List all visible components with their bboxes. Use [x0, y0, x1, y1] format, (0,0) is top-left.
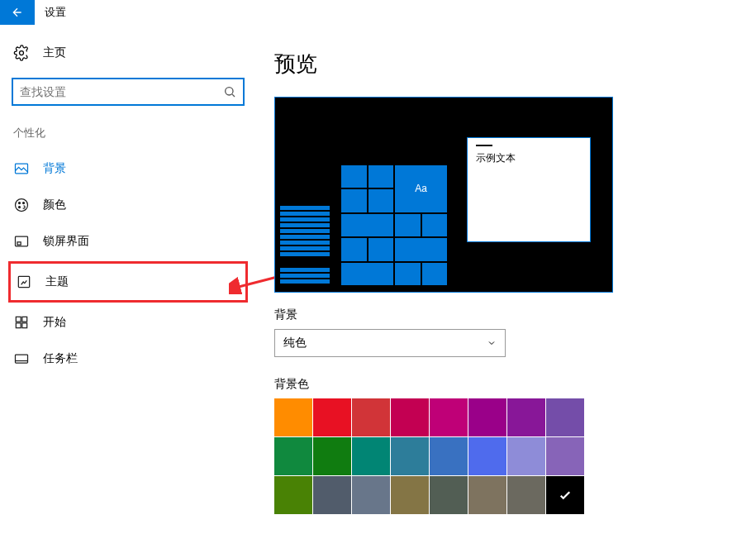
home-link[interactable]: 主页 [8, 38, 248, 68]
svg-point-1 [226, 88, 233, 95]
color-swatch[interactable] [468, 437, 506, 475]
home-label: 主页 [43, 45, 66, 60]
color-swatch[interactable] [468, 476, 506, 514]
color-swatch[interactable] [352, 398, 390, 436]
svg-point-6 [19, 207, 21, 208]
window-title: 设置 [45, 5, 66, 20]
svg-point-3 [16, 199, 28, 212]
color-swatch-grid [274, 398, 584, 514]
sidebar-item-label: 主题 [45, 274, 69, 289]
sidebar-item-background[interactable]: 背景 [8, 150, 248, 187]
sidebar-item-label: 颜色 [43, 198, 66, 212]
svg-point-5 [23, 203, 25, 204]
theme-preview: Aa 示例文本 [274, 97, 613, 293]
color-swatch[interactable] [468, 398, 506, 436]
color-swatch[interactable] [546, 398, 584, 436]
svg-rect-8 [17, 242, 21, 245]
color-swatch[interactable] [274, 437, 312, 475]
gear-icon [13, 45, 30, 61]
color-swatch[interactable] [507, 476, 545, 514]
search-box[interactable] [12, 78, 245, 106]
sidebar-item-start[interactable]: 开始 [8, 304, 248, 341]
background-type-dropdown[interactable]: 纯色 [274, 329, 506, 357]
color-swatch[interactable] [507, 437, 545, 475]
sidebar-item-lockscreen[interactable]: 锁屏界面 [8, 223, 248, 260]
chevron-down-icon [487, 338, 497, 348]
lockscreen-icon [13, 233, 30, 250]
search-icon [223, 85, 236, 98]
sidebar-item-label: 背景 [43, 161, 66, 176]
svg-rect-16 [16, 355, 28, 363]
dropdown-value: 纯色 [283, 336, 307, 350]
preview-tile-text: Aa [395, 165, 447, 212]
color-swatch[interactable] [313, 437, 351, 475]
color-swatch[interactable] [313, 398, 351, 436]
preview-tiles: Aa [341, 165, 447, 285]
back-button[interactable] [0, 0, 35, 25]
sidebar-item-colors[interactable]: 颜色 [8, 187, 248, 223]
check-icon [558, 488, 573, 503]
main-panel: 预览 Aa [256, 25, 756, 553]
color-swatch[interactable] [546, 476, 584, 514]
preview-heading: 预览 [274, 50, 756, 79]
preview-sample-text: 示例文本 [476, 151, 582, 165]
search-input[interactable] [20, 85, 223, 98]
sidebar-item-label: 锁屏界面 [43, 234, 89, 249]
sidebar: 主页 个性化 背景 颜色 锁屏界面 [0, 25, 256, 553]
color-swatch[interactable] [313, 476, 351, 514]
picture-icon [13, 160, 30, 177]
color-swatch[interactable] [430, 398, 468, 436]
color-swatch[interactable] [352, 476, 390, 514]
palette-icon [13, 197, 30, 213]
titlebar: 设置 [0, 0, 756, 25]
svg-rect-14 [16, 323, 21, 328]
color-swatch[interactable] [507, 398, 545, 436]
preview-window: 示例文本 [467, 137, 591, 242]
annotation-highlight-box: 主题 [8, 261, 248, 303]
color-swatch[interactable] [352, 437, 390, 475]
color-swatch[interactable] [274, 398, 312, 436]
color-swatch[interactable] [430, 476, 468, 514]
color-swatch[interactable] [274, 476, 312, 514]
svg-rect-15 [22, 323, 27, 328]
svg-point-4 [19, 203, 21, 204]
arrow-left-icon [11, 6, 24, 19]
svg-point-0 [20, 51, 24, 55]
color-swatch[interactable] [430, 437, 468, 475]
color-swatch[interactable] [391, 476, 429, 514]
svg-rect-12 [16, 317, 21, 322]
sidebar-item-label: 任务栏 [43, 351, 78, 366]
taskbar-icon [13, 350, 30, 367]
color-swatch[interactable] [391, 437, 429, 475]
color-swatch[interactable] [546, 437, 584, 475]
themes-icon [16, 274, 32, 290]
category-label: 个性化 [8, 122, 248, 144]
preview-startmenu [280, 206, 330, 285]
sidebar-item-themes[interactable]: 主题 [12, 265, 244, 298]
sidebar-item-taskbar[interactable]: 任务栏 [8, 341, 248, 377]
color-swatch[interactable] [391, 398, 429, 436]
start-icon [13, 314, 30, 331]
svg-rect-13 [22, 317, 27, 322]
sidebar-item-label: 开始 [43, 315, 66, 330]
background-label: 背景 [274, 307, 756, 322]
background-color-label: 背景色 [274, 377, 756, 392]
